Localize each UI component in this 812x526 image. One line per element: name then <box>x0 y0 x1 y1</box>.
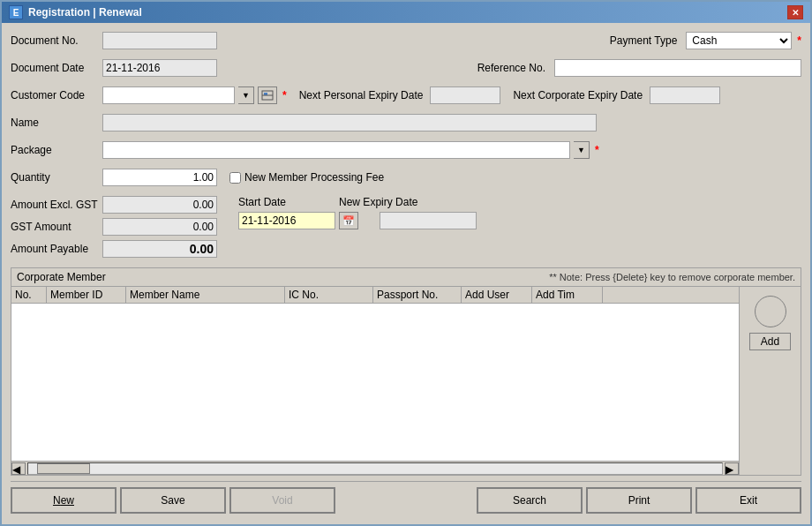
new-expiry-date-label: New Expiry Date <box>339 196 417 208</box>
save-button[interactable]: Save <box>120 487 226 514</box>
next-corporate-expiry-input[interactable] <box>650 86 720 104</box>
package-dropdown-btn[interactable]: ▼ <box>574 141 590 159</box>
start-date-input[interactable] <box>238 212 335 229</box>
package-required: * <box>595 144 599 156</box>
date-labels-row: Start Date New Expiry Date <box>238 196 477 208</box>
col-no: No. <box>11 287 47 303</box>
add-icon-circle <box>755 296 786 327</box>
start-date-label: Start Date <box>238 196 286 208</box>
customer-code-browse-btn[interactable] <box>258 86 277 104</box>
titlebar: E Registration | Renewal ✕ <box>2 2 810 23</box>
amount-excl-input[interactable] <box>102 196 217 214</box>
name-label: Name <box>11 116 99 129</box>
search-button[interactable]: Search <box>477 487 583 514</box>
document-no-label: Document No. <box>11 34 99 47</box>
col-add-user: Add User <box>462 287 532 303</box>
new-button[interactable]: New <box>11 487 117 514</box>
add-button[interactable]: Add <box>749 333 791 350</box>
payment-type-select[interactable]: Cash Credit Card Cheque Others <box>686 32 792 49</box>
package-input[interactable] <box>102 141 570 159</box>
date-inputs-row: 📅 <box>238 212 477 229</box>
start-date-calendar-btn[interactable]: 📅 <box>339 212 358 229</box>
print-button[interactable]: Print <box>586 487 692 514</box>
package-label: Package <box>11 144 99 156</box>
new-member-fee-checkbox[interactable] <box>229 172 241 184</box>
amount-payable-label: Amount Payable <box>11 243 99 255</box>
next-personal-expiry-label: Next Personal Expiry Date <box>299 89 424 101</box>
col-member-id: Member ID <box>47 287 126 303</box>
col-add-time: Add Tim <box>532 287 603 303</box>
horizontal-scrollbar[interactable]: ◀ ▶ <box>11 461 739 475</box>
name-input[interactable] <box>102 114 597 132</box>
corporate-member-box: Corporate Member ** Note: Press {Delete}… <box>11 267 801 476</box>
row-package: Package ▼ * <box>11 141 801 159</box>
row-quantity: Quantity New Member Processing Fee <box>11 169 801 186</box>
row-amount-gst: Amount Excl. GST GST Amount Amount Payab… <box>11 196 801 258</box>
document-no-input[interactable] <box>102 32 217 49</box>
payment-type-required: * <box>797 34 801 47</box>
customer-code-required: * <box>282 89 287 101</box>
amount-excl-label: Amount Excl. GST <box>11 199 99 211</box>
reference-no-input[interactable] <box>554 59 801 77</box>
window-title: Registration | Renewal <box>28 6 142 19</box>
customer-code-label: Customer Code <box>11 89 99 101</box>
void-button[interactable]: Void <box>229 487 335 514</box>
amounts-section: Amount Excl. GST GST Amount Amount Payab… <box>11 196 217 258</box>
titlebar-left: E Registration | Renewal <box>9 5 142 19</box>
table-body[interactable] <box>11 304 739 461</box>
add-btn-area: Add <box>739 287 801 475</box>
row-customer-code: Customer Code ▼ * Next Personal Expiry D… <box>11 86 801 104</box>
col-passport-no: Passport No. <box>373 287 462 303</box>
row-document-date: Document Date Reference No. <box>11 59 801 77</box>
exit-button[interactable]: Exit <box>695 487 801 514</box>
row-amount-payable: Amount Payable <box>11 240 217 258</box>
form-content: Document No. Payment Type Cash Credit Ca… <box>2 23 810 524</box>
corporate-note: ** Note: Press {Delete} key to remove co… <box>549 272 795 282</box>
corporate-member-label: Corporate Member <box>17 271 106 283</box>
scroll-right-btn[interactable]: ▶ <box>725 462 739 475</box>
gst-amount-input[interactable] <box>102 218 217 236</box>
row-name: Name <box>11 114 801 132</box>
row-gst-amount: GST Amount <box>11 218 217 236</box>
document-date-label: Document Date <box>11 62 99 74</box>
customer-code-input[interactable] <box>102 86 235 104</box>
main-window: E Registration | Renewal ✕ Document No. … <box>0 0 812 526</box>
reference-no-label: Reference No. <box>477 62 545 74</box>
amount-payable-input[interactable] <box>102 240 217 258</box>
corporate-header: Corporate Member ** Note: Press {Delete}… <box>11 268 801 287</box>
close-button[interactable]: ✕ <box>787 5 803 19</box>
col-ic-no: IC No. <box>285 287 373 303</box>
table-container: No. Member ID Member Name IC No. Passpor… <box>11 287 801 475</box>
row-amount-excl: Amount Excl. GST <box>11 196 217 214</box>
scroll-track[interactable] <box>27 462 723 475</box>
gst-amount-label: GST Amount <box>11 221 99 233</box>
footer-buttons: New Save Void Search Print Exit <box>11 481 801 515</box>
col-member-name: Member Name <box>126 287 285 303</box>
next-corporate-expiry-label: Next Corporate Expiry Date <box>513 89 643 101</box>
next-personal-expiry-input[interactable] <box>430 86 500 104</box>
corp-table: No. Member ID Member Name IC No. Passpor… <box>11 287 739 475</box>
new-member-fee-row: New Member Processing Fee <box>229 171 384 184</box>
scroll-left-btn[interactable]: ◀ <box>11 462 26 475</box>
new-expiry-date-input[interactable] <box>380 212 477 229</box>
row-document-no: Document No. Payment Type Cash Credit Ca… <box>11 32 801 49</box>
quantity-label: Quantity <box>11 171 99 184</box>
customer-code-dropdown-btn[interactable]: ▼ <box>238 86 254 104</box>
new-member-fee-label: New Member Processing Fee <box>244 171 384 184</box>
scroll-thumb[interactable] <box>37 463 90 474</box>
payment-type-label: Payment Type <box>610 34 678 47</box>
app-icon: E <box>9 5 23 19</box>
table-header: No. Member ID Member Name IC No. Passpor… <box>11 287 739 304</box>
quantity-input[interactable] <box>102 169 217 186</box>
footer-right-group: Search Print Exit <box>477 487 801 514</box>
dates-section: Start Date New Expiry Date 📅 <box>238 196 477 229</box>
document-date-input[interactable] <box>102 59 217 77</box>
